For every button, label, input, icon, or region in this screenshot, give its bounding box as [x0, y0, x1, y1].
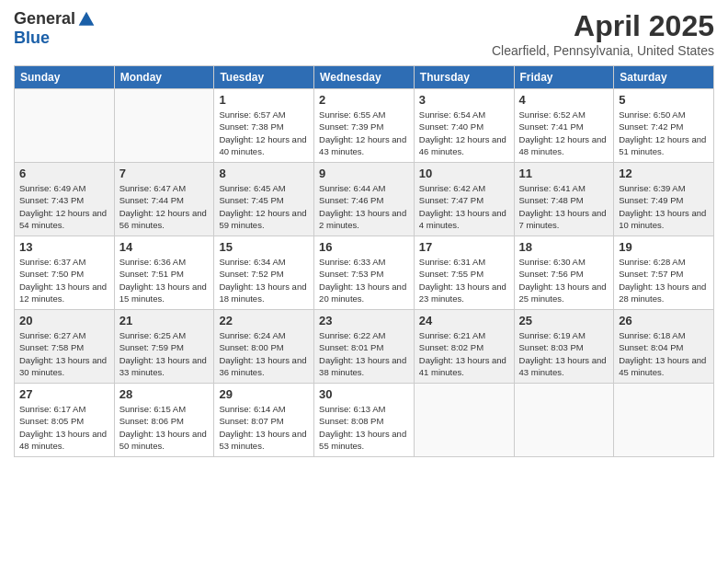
day-info: Sunrise: 6:49 AM Sunset: 7:43 PM Dayligh… — [19, 182, 109, 231]
day-info: Sunrise: 6:21 AM Sunset: 8:02 PM Dayligh… — [419, 329, 509, 378]
day-info: Sunrise: 6:55 AM Sunset: 7:39 PM Dayligh… — [319, 109, 409, 157]
day-info: Sunrise: 6:18 AM Sunset: 8:04 PM Dayligh… — [619, 329, 709, 378]
table-row: 14Sunrise: 6:36 AM Sunset: 7:51 PM Dayli… — [114, 236, 214, 310]
day-number: 27 — [19, 387, 109, 401]
table-row: 21Sunrise: 6:25 AM Sunset: 7:59 PM Dayli… — [114, 310, 214, 384]
day-number: 19 — [619, 240, 709, 254]
table-row: 22Sunrise: 6:24 AM Sunset: 8:00 PM Dayli… — [214, 310, 314, 384]
day-info: Sunrise: 6:39 AM Sunset: 7:49 PM Dayligh… — [619, 182, 709, 231]
day-info: Sunrise: 6:44 AM Sunset: 7:46 PM Dayligh… — [319, 182, 409, 231]
logo: General Blue — [14, 9, 96, 48]
day-info: Sunrise: 6:52 AM Sunset: 7:41 PM Dayligh… — [519, 109, 609, 157]
day-number: 4 — [519, 93, 609, 107]
day-number: 26 — [619, 314, 709, 327]
day-number: 17 — [419, 240, 509, 254]
day-info: Sunrise: 6:42 AM Sunset: 7:47 PM Dayligh… — [419, 182, 509, 231]
table-row: 8Sunrise: 6:45 AM Sunset: 7:45 PM Daylig… — [214, 163, 314, 236]
title-section: April 2025 Clearfield, Pennsylvania, Uni… — [492, 9, 714, 58]
day-number: 9 — [319, 167, 409, 180]
calendar-week-row: 13Sunrise: 6:37 AM Sunset: 7:50 PM Dayli… — [15, 236, 714, 310]
day-info: Sunrise: 6:36 AM Sunset: 7:51 PM Dayligh… — [119, 256, 210, 304]
day-number: 20 — [19, 314, 109, 327]
day-info: Sunrise: 6:50 AM Sunset: 7:42 PM Dayligh… — [619, 109, 709, 157]
day-info: Sunrise: 6:45 AM Sunset: 7:45 PM Dayligh… — [219, 182, 309, 231]
day-number: 11 — [519, 167, 609, 180]
logo-general: General — [14, 9, 75, 29]
table-row: 20Sunrise: 6:27 AM Sunset: 7:58 PM Dayli… — [15, 310, 115, 384]
table-row — [15, 89, 115, 163]
calendar-week-row: 20Sunrise: 6:27 AM Sunset: 7:58 PM Dayli… — [15, 310, 714, 384]
day-number: 14 — [119, 240, 210, 254]
table-row: 30Sunrise: 6:13 AM Sunset: 8:08 PM Dayli… — [314, 384, 415, 457]
table-row: 12Sunrise: 6:39 AM Sunset: 7:49 PM Dayli… — [614, 163, 714, 236]
table-row: 16Sunrise: 6:33 AM Sunset: 7:53 PM Dayli… — [314, 236, 415, 310]
svg-marker-0 — [79, 11, 95, 25]
table-row: 28Sunrise: 6:15 AM Sunset: 8:06 PM Dayli… — [114, 384, 214, 457]
day-number: 22 — [219, 314, 309, 327]
header: General Blue April 2025 Clearfield, Penn… — [14, 9, 714, 58]
day-info: Sunrise: 6:31 AM Sunset: 7:55 PM Dayligh… — [419, 256, 509, 304]
day-number: 24 — [419, 314, 509, 327]
day-info: Sunrise: 6:28 AM Sunset: 7:57 PM Dayligh… — [619, 256, 709, 304]
table-row — [414, 384, 514, 457]
header-sunday: Sunday — [15, 66, 115, 89]
table-row: 7Sunrise: 6:47 AM Sunset: 7:44 PM Daylig… — [114, 163, 214, 236]
day-number: 6 — [19, 167, 109, 180]
table-row: 23Sunrise: 6:22 AM Sunset: 8:01 PM Dayli… — [314, 310, 415, 384]
table-row: 15Sunrise: 6:34 AM Sunset: 7:52 PM Dayli… — [214, 236, 314, 310]
calendar-table: Sunday Monday Tuesday Wednesday Thursday… — [14, 65, 714, 457]
day-number: 7 — [119, 167, 210, 180]
table-row: 27Sunrise: 6:17 AM Sunset: 8:05 PM Dayli… — [15, 384, 115, 457]
table-row — [114, 89, 214, 163]
day-info: Sunrise: 6:34 AM Sunset: 7:52 PM Dayligh… — [219, 256, 309, 304]
table-row: 9Sunrise: 6:44 AM Sunset: 7:46 PM Daylig… — [314, 163, 415, 236]
table-row: 18Sunrise: 6:30 AM Sunset: 7:56 PM Dayli… — [514, 236, 614, 310]
table-row: 24Sunrise: 6:21 AM Sunset: 8:02 PM Dayli… — [414, 310, 514, 384]
day-number: 1 — [219, 93, 309, 107]
day-info: Sunrise: 6:14 AM Sunset: 8:07 PM Dayligh… — [219, 403, 309, 452]
day-number: 25 — [519, 314, 609, 327]
day-number: 16 — [319, 240, 409, 254]
logo-blue: Blue — [14, 29, 50, 47]
day-number: 10 — [419, 167, 509, 180]
header-saturday: Saturday — [614, 66, 714, 89]
day-number: 3 — [419, 93, 509, 107]
day-number: 2 — [319, 93, 409, 107]
table-row: 11Sunrise: 6:41 AM Sunset: 7:48 PM Dayli… — [514, 163, 614, 236]
calendar-week-row: 6Sunrise: 6:49 AM Sunset: 7:43 PM Daylig… — [15, 163, 714, 236]
header-row: Sunday Monday Tuesday Wednesday Thursday… — [15, 66, 714, 89]
table-row — [514, 384, 614, 457]
table-row: 13Sunrise: 6:37 AM Sunset: 7:50 PM Dayli… — [15, 236, 115, 310]
table-row: 29Sunrise: 6:14 AM Sunset: 8:07 PM Dayli… — [214, 384, 314, 457]
day-number: 15 — [219, 240, 309, 254]
day-info: Sunrise: 6:30 AM Sunset: 7:56 PM Dayligh… — [519, 256, 609, 304]
day-number: 18 — [519, 240, 609, 254]
day-info: Sunrise: 6:37 AM Sunset: 7:50 PM Dayligh… — [19, 256, 109, 304]
day-info: Sunrise: 6:24 AM Sunset: 8:00 PM Dayligh… — [219, 329, 309, 378]
day-number: 21 — [119, 314, 210, 327]
page: General Blue April 2025 Clearfield, Penn… — [0, 0, 728, 563]
table-row: 25Sunrise: 6:19 AM Sunset: 8:03 PM Dayli… — [514, 310, 614, 384]
day-number: 30 — [319, 387, 409, 401]
table-row: 5Sunrise: 6:50 AM Sunset: 7:42 PM Daylig… — [614, 89, 714, 163]
day-info: Sunrise: 6:17 AM Sunset: 8:05 PM Dayligh… — [19, 403, 109, 452]
day-number: 5 — [619, 93, 709, 107]
day-info: Sunrise: 6:57 AM Sunset: 7:38 PM Dayligh… — [219, 109, 309, 157]
day-info: Sunrise: 6:54 AM Sunset: 7:40 PM Dayligh… — [419, 109, 509, 157]
day-info: Sunrise: 6:33 AM Sunset: 7:53 PM Dayligh… — [319, 256, 409, 304]
table-row: 4Sunrise: 6:52 AM Sunset: 7:41 PM Daylig… — [514, 89, 614, 163]
table-row — [614, 384, 714, 457]
day-info: Sunrise: 6:19 AM Sunset: 8:03 PM Dayligh… — [519, 329, 609, 378]
header-tuesday: Tuesday — [214, 66, 314, 89]
day-number: 29 — [219, 387, 309, 401]
table-row: 10Sunrise: 6:42 AM Sunset: 7:47 PM Dayli… — [414, 163, 514, 236]
table-row: 2Sunrise: 6:55 AM Sunset: 7:39 PM Daylig… — [314, 89, 415, 163]
day-info: Sunrise: 6:22 AM Sunset: 8:01 PM Dayligh… — [319, 329, 409, 378]
header-wednesday: Wednesday — [314, 66, 415, 89]
header-friday: Friday — [514, 66, 614, 89]
table-row: 1Sunrise: 6:57 AM Sunset: 7:38 PM Daylig… — [214, 89, 314, 163]
table-row: 6Sunrise: 6:49 AM Sunset: 7:43 PM Daylig… — [15, 163, 115, 236]
day-number: 23 — [319, 314, 409, 327]
table-row: 3Sunrise: 6:54 AM Sunset: 7:40 PM Daylig… — [414, 89, 514, 163]
day-info: Sunrise: 6:41 AM Sunset: 7:48 PM Dayligh… — [519, 182, 609, 231]
